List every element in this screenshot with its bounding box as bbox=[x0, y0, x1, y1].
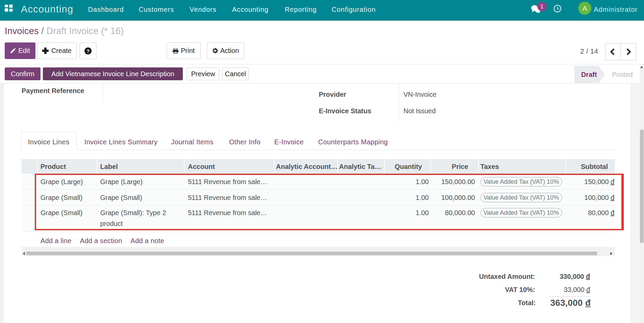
svg-text:?: ? bbox=[87, 48, 90, 54]
